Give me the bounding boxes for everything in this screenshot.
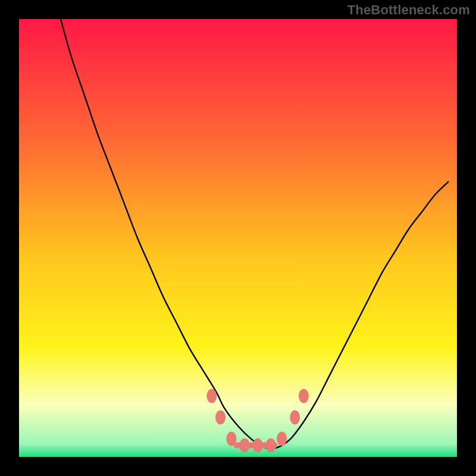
- minimum-marker: [277, 432, 287, 446]
- minimum-marker: [215, 411, 226, 425]
- bottleneck-chart-svg: [0, 0, 476, 476]
- minimum-marker: [253, 438, 263, 452]
- chart-frame: TheBottleneck.com: [0, 0, 476, 476]
- minimum-marker: [240, 438, 250, 452]
- plot-background: [19, 19, 457, 457]
- minimum-marker: [226, 432, 236, 446]
- minimum-marker: [206, 389, 217, 403]
- minimum-marker: [299, 389, 309, 403]
- minimum-marker: [266, 438, 276, 452]
- minimum-marker: [290, 411, 300, 425]
- watermark-text: TheBottleneck.com: [347, 2, 470, 18]
